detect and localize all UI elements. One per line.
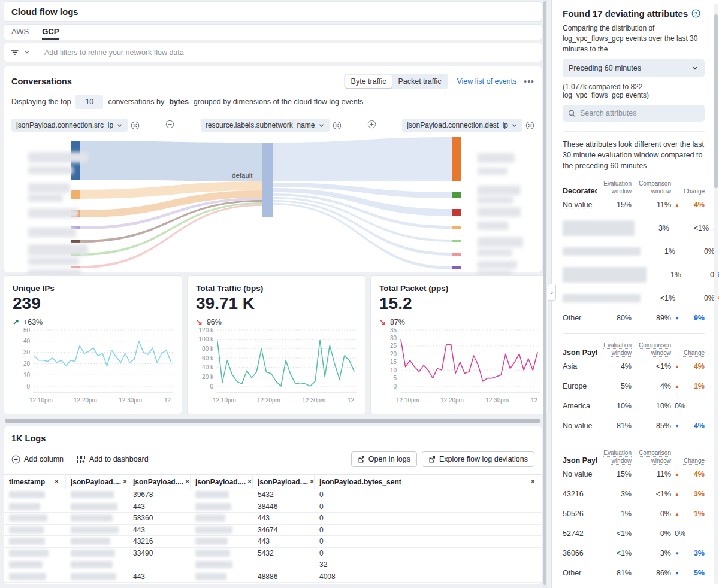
add-dimension-icon[interactable] [165, 120, 174, 129]
dimension-chip[interactable]: resource.labels.subnetwork_name [201, 119, 330, 132]
svg-text:30: 30 [390, 335, 397, 341]
change-header[interactable]: Change [675, 349, 705, 357]
sidebar-explanation: These attributes look different over the… [563, 131, 705, 171]
attribute-table: Json Payload Co... Evaluationwindow Comp… [563, 441, 705, 588]
src-port-cell: 33490 [128, 548, 191, 559]
column-header[interactable]: timestamp [9, 478, 45, 486]
desc-mid: conversations by [108, 98, 164, 106]
metric-line-chart: 020 k40 k60 k80 k100 k120 k12:10pm12:20p… [196, 326, 357, 409]
redacted-ip-label [478, 168, 507, 175]
comparison-window-header[interactable]: Comparisonwindow [635, 180, 671, 195]
redacted-ip-label [28, 152, 88, 163]
tab-gcp[interactable]: GCP [42, 25, 59, 40]
log-table-row[interactable]: 443 34674 0 [4, 525, 542, 537]
logs-table: timestamp✕jsonPayload....✕jsonPayload...… [4, 474, 542, 583]
remove-column-icon[interactable]: ✕ [529, 478, 537, 486]
search-attributes-input[interactable] [580, 109, 699, 117]
log-table-row[interactable]: 39678 5432 0 [4, 489, 542, 501]
add-dimension-icon[interactable] [367, 120, 376, 129]
logs-table-header: timestamp✕jsonPayload....✕jsonPayload...… [4, 475, 542, 489]
log-table-row[interactable]: 32 [4, 559, 542, 571]
metric-value: 239 [13, 294, 173, 313]
change-cell: ▼9% [675, 314, 705, 322]
log-table-row[interactable]: 43216 443 0 [4, 536, 542, 548]
attribute-value-label[interactable]: No value [563, 470, 597, 478]
column-header[interactable]: jsonPayload.bytes_sent [319, 478, 401, 486]
dest-port-cell: 48886 [253, 571, 315, 583]
comparison-window-header[interactable]: Comparisonwindow [635, 341, 671, 357]
bytes-sent-cell: 32 [315, 559, 542, 571]
filter-icon[interactable] [10, 48, 19, 57]
bytes-sent-cell: 0 [315, 513, 542, 524]
main-vertical-scrollbar[interactable] [543, 0, 547, 588]
remove-dimension-icon[interactable] [333, 121, 342, 130]
evaluation-window-header[interactable]: Evaluationwindow [600, 180, 632, 195]
metric-value: 39.71 K [196, 294, 357, 313]
comparison-window-header[interactable]: Comparisonwindow [635, 449, 671, 465]
column-header[interactable]: jsonPayload.... [133, 478, 183, 486]
comparison-window-select[interactable]: Preceding 60 minutes [563, 59, 705, 77]
add-column-button[interactable]: Add column [11, 455, 64, 464]
filter-input[interactable]: Add filters to refine your network flow … [38, 49, 536, 57]
redacted-ip-label [478, 153, 515, 163]
dest-port-cell [253, 559, 315, 571]
help-icon[interactable]: ? [691, 9, 700, 18]
metric-title: Total Traffic (bps) [196, 284, 357, 293]
sankey-dest-node [452, 240, 461, 242]
triangle-up-icon: ▲ [675, 202, 679, 208]
comparison-window-value: 89% [635, 314, 671, 322]
byte-traffic-toggle[interactable]: Byte traffic [345, 75, 392, 88]
redacted-ip-label [478, 222, 509, 230]
log-table-row[interactable]: 443 38446 0 [4, 501, 542, 513]
column-header[interactable]: jsonPayload.... [258, 478, 308, 486]
attribute-value-label[interactable]: Other [563, 314, 597, 322]
sidebar-vertical-scrollbar[interactable] [714, 4, 718, 584]
column-header[interactable]: jsonPayload.... [71, 478, 121, 486]
redacted-ip-label [28, 183, 70, 193]
svg-text:0: 0 [26, 383, 30, 390]
filter-chevron-down-icon[interactable] [23, 48, 32, 57]
more-options-icon[interactable]: ••• [524, 77, 534, 86]
view-list-of-events-link[interactable]: View list of events [457, 77, 516, 86]
logs-panel: 1K Logs Add column Add to dashboard Open… [4, 426, 542, 584]
change-header[interactable]: Change [675, 187, 705, 195]
metric-value: 15.2 [379, 294, 540, 313]
attribute-value-label[interactable]: Other [563, 569, 597, 577]
external-link-icon [428, 456, 436, 463]
svg-text:100 k: 100 k [199, 336, 214, 343]
horizontal-scrollbar[interactable] [5, 419, 540, 423]
tab-aws[interactable]: AWS [11, 25, 29, 40]
attribute-value-label[interactable]: No value [563, 201, 597, 209]
page-header: Cloud flow logs [4, 1, 542, 22]
comparison-window-value: 10% [635, 402, 671, 410]
explore-flow-log-deviations-button[interactable]: Explore flow log deviations [422, 451, 534, 467]
dimension-chip[interactable]: jsonPayload.connection.dest_ip [402, 119, 522, 132]
dimension-chip[interactable]: jsonPayload.connection.src_ip [11, 119, 128, 132]
attribute-table: Decorated Conn... Evaluationwindow Compa… [563, 172, 705, 334]
redacted-ip-label [478, 237, 523, 247]
timestamp-cell [4, 513, 66, 524]
change-header[interactable]: Change [675, 457, 705, 465]
open-in-logs-button[interactable]: Open in logs [351, 451, 417, 467]
remove-dimension-icon[interactable] [131, 121, 140, 130]
add-to-dashboard-button[interactable]: Add to dashboard [77, 455, 149, 464]
redacted-attribute-value [563, 267, 647, 283]
svg-text:0: 0 [393, 383, 397, 390]
attribute-value-label[interactable]: No value [563, 422, 597, 430]
evaluation-window-header[interactable]: Evaluationwindow [600, 449, 632, 465]
log-table-row[interactable]: 58360 443 0 [4, 513, 542, 525]
top-count-input[interactable] [75, 95, 103, 109]
column-header[interactable]: jsonPayload.... [195, 478, 246, 486]
remove-dimension-icon[interactable] [525, 121, 534, 130]
evaluation-window-value: 4% [600, 362, 632, 371]
collapse-sidebar-button[interactable]: › [548, 284, 556, 301]
redacted-ip-label [28, 194, 63, 202]
remove-column-icon[interactable]: ✕ [53, 478, 61, 486]
log-table-row[interactable]: 443 48886 4008 [4, 571, 542, 583]
evaluation-window-header[interactable]: Evaluationwindow [600, 341, 632, 357]
log-table-row[interactable]: 33490 5432 0 [4, 548, 542, 560]
sankey-chart[interactable]: default [11, 137, 535, 277]
evaluation-window-value: 81% [600, 422, 632, 430]
triangle-up-icon: ▲ [675, 472, 679, 477]
packet-traffic-toggle[interactable]: Packet traffic [392, 75, 447, 88]
